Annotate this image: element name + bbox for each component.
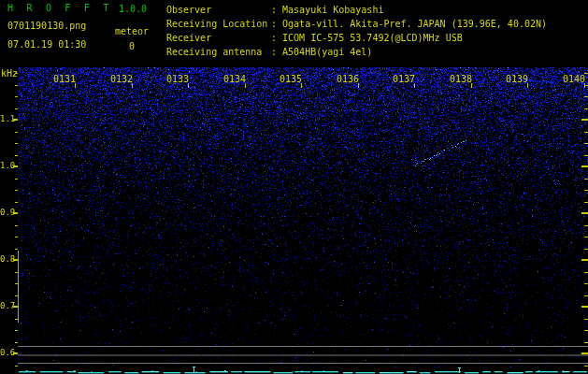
freq-minor-tick-left — [15, 96, 18, 97]
freq-minor-tick-right — [584, 249, 588, 250]
freq-major-tick-right — [581, 165, 588, 167]
time-label: 0132 — [110, 74, 133, 84]
freq-minor-tick-right — [584, 319, 588, 320]
time-label: 0137 — [393, 74, 415, 84]
freq-minor-tick-right — [584, 108, 588, 109]
time-label: 0133 — [166, 74, 189, 84]
freq-minor-tick-right — [584, 272, 588, 273]
freq-minor-tick-right — [584, 283, 588, 284]
freq-minor-tick-right — [584, 295, 588, 296]
freq-minor-tick-left — [15, 108, 18, 109]
freq-major-tick-right — [581, 352, 588, 354]
freq-minor-tick-right — [584, 73, 588, 74]
freq-minor-tick-right — [584, 96, 588, 97]
freq-tick-label: 1.0 — [0, 162, 15, 170]
time-label: 0134 — [223, 74, 246, 84]
freq-minor-tick-left — [15, 295, 18, 296]
freq-minor-tick-left — [15, 249, 18, 250]
time-label: 0140 — [563, 74, 585, 84]
time-label: 0138 — [450, 74, 472, 84]
freq-minor-tick-left — [15, 272, 18, 273]
freq-minor-tick-right — [584, 330, 588, 331]
freq-minor-tick-right — [584, 179, 588, 180]
freq-minor-tick-right — [584, 342, 588, 343]
hrofft-screen: H R O F F T 1.0.0 0701190130.png meteor … — [0, 0, 588, 374]
freq-tick-label: 0.7 — [0, 302, 15, 310]
time-label: 0135 — [280, 74, 302, 84]
freq-minor-tick-left — [15, 179, 18, 180]
freq-minor-tick-left — [15, 237, 18, 237]
freq-minor-tick-left — [15, 319, 18, 320]
freq-minor-tick-left — [15, 143, 18, 144]
freq-tick-label: 1.1 — [0, 115, 15, 123]
freq-tick-label: 0.8 — [0, 255, 15, 264]
time-label: 0136 — [337, 74, 359, 84]
freq-minor-tick-right — [584, 85, 588, 86]
plot-area: kHz 013101320133013401350136013701380139… — [0, 0, 588, 374]
freq-minor-tick-left — [15, 202, 18, 203]
freq-minor-tick-right — [584, 202, 588, 203]
freq-minor-tick-right — [584, 366, 588, 367]
freq-minor-tick-right — [584, 190, 588, 191]
freq-major-tick-right — [581, 259, 588, 261]
time-label: 0139 — [506, 74, 528, 84]
freq-minor-tick-left — [15, 342, 18, 343]
freq-minor-tick-left — [15, 132, 18, 133]
freq-minor-tick-right — [584, 155, 588, 156]
freq-minor-tick-left — [15, 155, 18, 156]
freq-minor-tick-right — [584, 132, 588, 133]
freq-minor-tick-left — [15, 283, 18, 284]
freq-tick-label: 0.6 — [0, 349, 15, 357]
freq-minor-tick-right — [584, 237, 588, 237]
freq-minor-tick-right — [584, 143, 588, 144]
freq-minor-tick-left — [15, 190, 18, 191]
freq-major-tick-right — [581, 306, 588, 308]
freq-major-tick-right — [581, 212, 588, 214]
freq-minor-tick-right — [584, 225, 588, 226]
freq-minor-tick-left — [15, 366, 18, 367]
time-label: 0131 — [53, 74, 76, 84]
freq-minor-tick-left — [15, 85, 18, 86]
freq-major-tick-right — [581, 119, 588, 121]
freq-minor-tick-left — [15, 73, 18, 74]
freq-tick-label: 0.9 — [0, 209, 15, 217]
freq-minor-tick-left — [15, 225, 18, 226]
freq-minor-tick-left — [15, 330, 18, 331]
